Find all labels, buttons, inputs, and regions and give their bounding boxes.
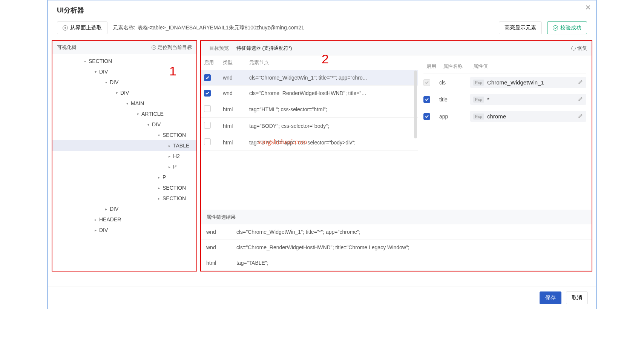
tree-node-h2[interactable]: ▸H2 xyxy=(52,151,196,161)
checkbox[interactable] xyxy=(204,138,211,145)
locate-icon xyxy=(152,45,156,50)
locate-target-button[interactable]: 定位到当前目标 xyxy=(152,44,192,51)
node-row[interactable]: wndcls="Chrome_WidgetWin_1"; title="*"; … xyxy=(201,70,418,86)
results-section: 属性筛选结果 wndcls="Chrome_WidgetWin_1"; titl… xyxy=(201,210,592,271)
attr-name: cls xyxy=(439,80,466,86)
footer: 保存 取消 xyxy=(48,287,596,309)
caret-icon: ▸ xyxy=(156,186,161,190)
result-row: wndcls="Chrome_RenderWidgetHostHWND"; ti… xyxy=(201,240,592,255)
tab-filter[interactable]: 特征筛选器 (支持通配符*) xyxy=(233,45,296,52)
caret-icon: ▾ xyxy=(114,91,119,95)
caret-icon: ▾ xyxy=(83,59,87,63)
tree-node-section[interactable]: ▾SECTION xyxy=(52,130,196,140)
caret-icon: ▸ xyxy=(156,196,161,201)
node-row[interactable]: htmltag="HTML"; css-selector="html"; xyxy=(201,101,418,118)
element-name-display: 元素名称: 表格<table>_IDNAMESALARYEMAIL1朱元璋810… xyxy=(113,25,304,31)
pick-from-ui-button[interactable]: 从界面上选取 xyxy=(57,21,107,34)
tree-node-div[interactable]: ▸DIV xyxy=(52,225,196,235)
exp-tag: Exp xyxy=(473,80,484,86)
tab-preview[interactable]: 目标预览 xyxy=(205,45,233,52)
save-button[interactable]: 保存 xyxy=(540,291,561,304)
filter-panel: 2 songshuhezi.com 目标预览 特征筛选器 (支持通配符*) 恢复… xyxy=(200,40,592,272)
caret-icon: ▾ xyxy=(156,133,161,137)
caret-icon: ▸ xyxy=(93,228,98,232)
tree[interactable]: ▾SECTION▾DIV▾DIV▾DIV▾MAIN▾ARTICLE▾DIV▾SE… xyxy=(52,54,196,270)
header: UI分析器 xyxy=(48,0,596,18)
tree-panel-title: 可视化树 xyxy=(57,44,77,51)
close-icon[interactable]: ✕ xyxy=(585,3,591,12)
attr-value-input[interactable]: Expchrome xyxy=(470,111,586,122)
attr-row-cls: clsExpChrome_WidgetWin_1 xyxy=(423,74,586,91)
checkbox[interactable] xyxy=(204,105,211,112)
caret-icon: ▾ xyxy=(135,112,140,116)
tree-node-div[interactable]: ▾DIV xyxy=(52,87,196,98)
attr-row-title: titleExp* xyxy=(423,91,586,108)
edit-icon[interactable] xyxy=(578,96,583,103)
tree-node-header[interactable]: ▸HEADER xyxy=(52,214,196,225)
tree-node-div[interactable]: ▾DIV xyxy=(52,119,196,130)
scrollbar[interactable] xyxy=(414,71,417,208)
tree-node-div[interactable]: ▾DIV xyxy=(52,66,196,77)
checkbox[interactable] xyxy=(423,113,430,120)
caret-icon: ▾ xyxy=(104,80,108,84)
reload-icon xyxy=(570,45,577,51)
checkbox[interactable] xyxy=(204,74,211,81)
caret-icon: ▾ xyxy=(125,101,129,106)
attr-name: title xyxy=(439,97,466,103)
toolbar: 从界面上选取 元素名称: 表格<table>_IDNAMESALARYEMAIL… xyxy=(48,18,596,40)
checkbox[interactable] xyxy=(423,96,430,103)
node-row[interactable]: htmltag="BODY"; css-selector="body"; xyxy=(201,118,418,134)
attr-name: app xyxy=(439,114,466,120)
exp-tag: Exp xyxy=(473,114,484,120)
checkbox[interactable] xyxy=(204,122,211,129)
caret-icon: ▸ xyxy=(93,218,98,222)
caret-icon: ▸ xyxy=(167,154,172,158)
checkbox[interactable] xyxy=(204,90,211,97)
tree-node-div[interactable]: ▸DIV xyxy=(52,204,196,214)
validate-button[interactable]: 校验成功 xyxy=(547,21,587,34)
results-title: 属性筛选结果 xyxy=(201,210,592,224)
restore-button[interactable]: 恢复 xyxy=(571,45,587,52)
tree-node-p[interactable]: ▸P xyxy=(52,172,196,183)
caret-icon: ▸ xyxy=(167,144,172,148)
attribute-editor: 启用 属性名称 属性值 clsExpChrome_WidgetWin_1titl… xyxy=(418,55,592,210)
edit-icon[interactable] xyxy=(578,79,583,86)
exp-tag: Exp xyxy=(473,97,484,103)
node-row[interactable]: htmltag="DIV"; id="app"; css-selector="b… xyxy=(201,134,418,151)
attr-row-app: appExpchrome xyxy=(423,108,586,125)
caret-icon: ▸ xyxy=(156,175,161,179)
target-icon xyxy=(63,25,68,31)
tree-panel: 1 可视化树 定位到当前目标 ▾SECTION▾DIV▾DIV▾DIV▾MAIN… xyxy=(52,40,197,272)
app-window: ✕ UI分析器 从界面上选取 元素名称: 表格<table>_IDNAMESAL… xyxy=(48,0,596,309)
caret-icon: ▾ xyxy=(146,123,150,127)
cancel-button[interactable]: 取消 xyxy=(566,291,588,304)
highlight-button[interactable]: 高亮显示元素 xyxy=(499,21,542,34)
checkbox[interactable] xyxy=(423,79,430,86)
node-row[interactable]: wndcls="Chrome_RenderWidgetHostHWND"; ti… xyxy=(201,86,418,101)
caret-icon: ▾ xyxy=(93,70,98,74)
tree-node-table[interactable]: ▸TABLE xyxy=(52,140,196,151)
attr-value-input[interactable]: Exp* xyxy=(470,94,586,105)
check-icon xyxy=(553,25,558,31)
tree-node-section[interactable]: ▸SECTION xyxy=(52,193,196,204)
tree-node-article[interactable]: ▾ARTICLE xyxy=(52,109,196,119)
page-title: UI分析器 xyxy=(57,6,84,15)
node-list: 启用 类型 元素节点 wndcls="Chrome_WidgetWin_1"; … xyxy=(201,55,418,210)
result-row: wndcls="Chrome_WidgetWin_1"; title="*"; … xyxy=(201,224,592,240)
tree-node-div[interactable]: ▾DIV xyxy=(52,77,196,87)
tree-node-section[interactable]: ▾SECTION xyxy=(52,56,196,66)
edit-icon[interactable] xyxy=(578,113,583,120)
result-row: htmltag="TABLE"; xyxy=(201,255,592,271)
caret-icon: ▸ xyxy=(167,165,172,169)
tree-node-p[interactable]: ▸P xyxy=(52,161,196,172)
attr-value-input[interactable]: ExpChrome_WidgetWin_1 xyxy=(470,77,586,88)
caret-icon: ▸ xyxy=(104,207,108,211)
tree-node-section[interactable]: ▸SECTION xyxy=(52,183,196,193)
tree-node-main[interactable]: ▾MAIN xyxy=(52,98,196,109)
